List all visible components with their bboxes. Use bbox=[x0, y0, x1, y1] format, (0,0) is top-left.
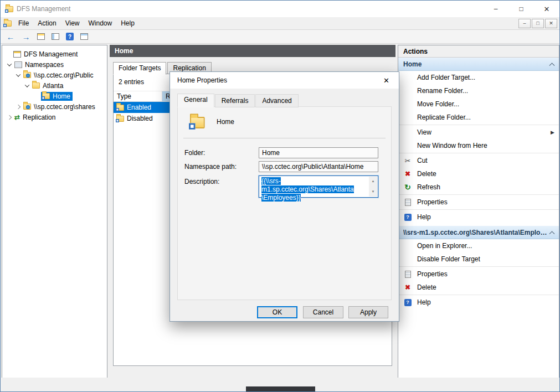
export-list-icon[interactable] bbox=[79, 32, 89, 42]
chevron-expanded-icon[interactable] bbox=[16, 72, 20, 76]
child-close-button[interactable]: ✕ bbox=[545, 19, 557, 28]
title-bar: DFS Management – □ ✕ bbox=[1, 1, 559, 17]
scroll-down-icon[interactable]: ▼ bbox=[372, 188, 375, 196]
folder-field[interactable]: Home bbox=[259, 147, 378, 158]
chevron-collapsed-icon[interactable] bbox=[7, 115, 12, 119]
action-move-folder[interactable]: Move Folder... bbox=[398, 97, 559, 111]
window-title: DFS Management bbox=[17, 5, 70, 13]
collapse-chevron-icon[interactable] bbox=[549, 231, 555, 236]
action-label: Cut bbox=[417, 157, 428, 164]
delete-icon bbox=[403, 169, 412, 178]
action-rename-folder[interactable]: Rename Folder... bbox=[398, 84, 559, 97]
action-refresh[interactable]: Refresh bbox=[398, 180, 559, 194]
action-properties[interactable]: Properties bbox=[398, 195, 559, 209]
menu-file[interactable]: File bbox=[14, 18, 33, 29]
tree-item-namespace-public[interactable]: \\sp.cctec.org\Public bbox=[2, 70, 107, 80]
action-view[interactable]: View bbox=[398, 126, 559, 139]
menu-bar: File Action View Window Help – □ ✕ bbox=[1, 17, 559, 30]
selected-tree-item[interactable]: Home bbox=[41, 92, 73, 101]
tree-item-home[interactable]: Home bbox=[2, 91, 107, 101]
help-icon bbox=[403, 298, 412, 307]
menu-view[interactable]: View bbox=[61, 18, 84, 29]
child-restore-button[interactable]: □ bbox=[532, 19, 544, 28]
results-header: Home bbox=[110, 45, 395, 57]
tree-item-label: Replication bbox=[23, 114, 55, 121]
action-properties-target[interactable]: Properties bbox=[398, 267, 559, 281]
tree-item-atlanta[interactable]: Atlanta bbox=[2, 80, 107, 91]
chevron-expanded-icon[interactable] bbox=[7, 61, 12, 66]
action-delete[interactable]: Delete bbox=[398, 167, 559, 180]
collapse-chevron-icon[interactable] bbox=[549, 63, 555, 68]
tab-advanced[interactable]: Advanced bbox=[255, 94, 298, 107]
taskbar-fragment bbox=[246, 386, 315, 391]
separator bbox=[398, 153, 559, 153]
namespace-path-field[interactable]: \\sp.cctec.org\Public\Atlanta\Home bbox=[259, 161, 378, 172]
action-help[interactable]: Help bbox=[398, 210, 559, 224]
close-button[interactable]: ✕ bbox=[534, 1, 559, 17]
menu-help[interactable]: Help bbox=[116, 18, 139, 29]
action-help-target[interactable]: Help bbox=[398, 296, 559, 309]
tree-item-label: Home bbox=[53, 92, 70, 100]
row-type-value: Enabled bbox=[127, 104, 151, 111]
chevron-collapsed-icon[interactable] bbox=[16, 104, 20, 109]
tree-item-replication[interactable]: Replication bbox=[2, 112, 107, 122]
action-group-header-target[interactable]: \\srs-m1.sp.cctec.org\Shares\Atlanta\Emp… bbox=[398, 226, 559, 239]
cancel-button[interactable]: Cancel bbox=[303, 306, 343, 318]
action-replicate-folder[interactable]: Replicate Folder... bbox=[398, 111, 559, 124]
menu-window[interactable]: Window bbox=[84, 18, 117, 29]
apply-button[interactable]: Apply bbox=[348, 306, 388, 318]
action-group-title: Home bbox=[403, 60, 422, 68]
help-icon[interactable] bbox=[65, 32, 75, 42]
dfs-folder-icon bbox=[190, 117, 205, 128]
namespaces-icon bbox=[14, 61, 22, 68]
tab-referrals[interactable]: Referrals bbox=[215, 94, 255, 107]
action-disable-folder-target[interactable]: Disable Folder Target bbox=[398, 252, 559, 266]
description-scrollbar[interactable]: ▲ ▼ bbox=[369, 177, 377, 197]
maximize-button[interactable]: □ bbox=[508, 1, 534, 17]
action-label: Disable Folder Target bbox=[417, 255, 480, 263]
tree-item-namespace-shares[interactable]: \\sp.cctec.org\shares bbox=[2, 101, 107, 112]
action-label: Properties bbox=[417, 198, 448, 206]
description-field[interactable]: {{\\srs-m1.sp.cctec.org\Shares\Atlanta \… bbox=[259, 176, 378, 198]
menu-action[interactable]: Action bbox=[33, 18, 60, 29]
tree-item-dfs-management[interactable]: DFS Management bbox=[2, 49, 107, 59]
description-label: Description: bbox=[184, 178, 219, 185]
action-label: Add Folder Target... bbox=[417, 74, 475, 81]
ok-button[interactable]: OK bbox=[257, 306, 297, 318]
forward-icon[interactable] bbox=[20, 32, 32, 42]
item-header: Home bbox=[187, 114, 234, 132]
properties-icon bbox=[403, 198, 412, 207]
dialog-title: Home Properties bbox=[177, 76, 227, 84]
up-one-level-icon[interactable] bbox=[36, 32, 46, 42]
tab-general[interactable]: General bbox=[177, 94, 214, 107]
action-delete-target[interactable]: Delete bbox=[398, 281, 559, 294]
show-console-tree-icon[interactable] bbox=[50, 32, 60, 42]
action-open-in-explorer[interactable]: Open in Explorer... bbox=[398, 239, 559, 252]
dfs-management-window: DFS Management – □ ✕ File Action View Wi… bbox=[0, 0, 560, 392]
back-icon[interactable] bbox=[5, 32, 16, 42]
console-tree-panel: DFS Management Namespaces \\sp.cctec.org… bbox=[2, 45, 107, 378]
chevron-expanded-icon[interactable] bbox=[25, 82, 29, 87]
action-group-title: \\srs-m1.sp.cctec.org\Shares\Atlanta\Emp… bbox=[403, 229, 550, 236]
action-group-header-home[interactable]: Home bbox=[398, 58, 559, 71]
scroll-up-icon[interactable]: ▲ bbox=[372, 177, 375, 185]
action-new-window-from-here[interactable]: New Window from Here bbox=[398, 139, 559, 152]
tree-item-namespaces[interactable]: Namespaces bbox=[2, 59, 107, 70]
dfs-folder-icon bbox=[42, 93, 50, 99]
selected-text: \Employees}} bbox=[261, 194, 301, 202]
console-root-icon bbox=[13, 51, 21, 58]
cut-icon bbox=[403, 156, 412, 165]
help-icon bbox=[403, 213, 412, 221]
dialog-close-button[interactable]: ✕ bbox=[374, 72, 399, 89]
action-add-folder-target[interactable]: Add Folder Target... bbox=[398, 71, 559, 84]
minimize-button[interactable]: – bbox=[483, 1, 508, 17]
action-label: Delete bbox=[417, 170, 436, 178]
child-minimize-button[interactable]: – bbox=[518, 19, 531, 28]
action-label: Replicate Folder... bbox=[417, 114, 471, 121]
tree-item-label: Namespaces bbox=[25, 61, 64, 69]
action-cut[interactable]: Cut bbox=[398, 154, 559, 167]
column-header-type[interactable]: Type bbox=[114, 91, 162, 101]
tab-folder-targets[interactable]: Folder Targets bbox=[113, 62, 166, 75]
separator bbox=[398, 194, 559, 195]
divider bbox=[183, 138, 386, 138]
